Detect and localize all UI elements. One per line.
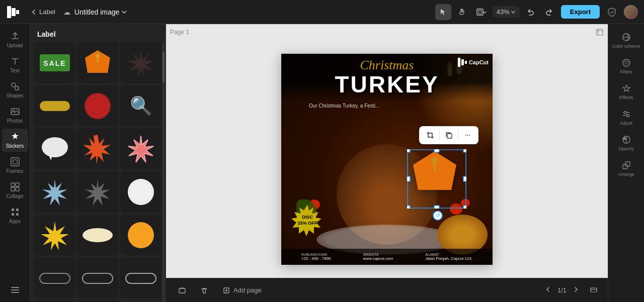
right-tool-arrange[interactable]: Arrange bbox=[610, 156, 642, 181]
hand-tool-button[interactable] bbox=[454, 4, 470, 20]
svg-point-38 bbox=[128, 179, 154, 205]
app-logo[interactable] bbox=[6, 5, 20, 19]
canvas-subtitle: Our Christmas Turkey, a Festi... bbox=[281, 103, 407, 109]
discount-badge: DISC 25% OFF bbox=[290, 204, 325, 240]
svg-rect-15 bbox=[12, 209, 14, 211]
sticker-oval-cream[interactable] bbox=[77, 215, 119, 256]
sidebar-item-shapes[interactable]: Shapes bbox=[2, 78, 28, 102]
delete-page-button[interactable] bbox=[196, 284, 212, 296]
svg-rect-51 bbox=[458, 58, 460, 67]
stickers-grid: SALE bbox=[30, 42, 166, 302]
svg-rect-0 bbox=[7, 6, 11, 18]
svg-point-78 bbox=[624, 112, 626, 114]
svg-point-42 bbox=[128, 222, 154, 248]
svg-rect-14 bbox=[16, 187, 19, 191]
sidebar-item-collage[interactable]: Collage bbox=[2, 179, 28, 202]
page-indicator: 1/1 bbox=[557, 286, 567, 294]
svg-point-58 bbox=[432, 157, 438, 163]
right-tool-color-scheme[interactable]: Color scheme bbox=[610, 28, 642, 53]
svg-rect-28 bbox=[40, 101, 70, 111]
shield-icon[interactable] bbox=[604, 4, 620, 20]
svg-rect-52 bbox=[461, 59, 464, 65]
sidebar-upload-label: Upload bbox=[7, 43, 23, 48]
add-to-timeline-button[interactable] bbox=[174, 284, 190, 296]
duplicate-tool-button[interactable] bbox=[442, 128, 456, 142]
svg-rect-4 bbox=[478, 11, 481, 14]
panel-title: Label bbox=[30, 24, 166, 42]
svg-rect-44 bbox=[83, 273, 113, 283]
sticker-circle-seal-red[interactable] bbox=[77, 85, 119, 127]
sticker-magnify[interactable]: 🔍 bbox=[120, 85, 162, 127]
left-sidebar: Upload Text Shapes Photos bbox=[0, 24, 30, 302]
next-page-button[interactable] bbox=[571, 284, 582, 296]
svg-rect-19 bbox=[11, 287, 19, 288]
sticker-rounded-rect-3[interactable] bbox=[120, 257, 162, 298]
sticker-starburst-gray[interactable] bbox=[77, 171, 119, 213]
sidebar-item-text[interactable]: Text bbox=[2, 53, 28, 76]
select-tool-button[interactable] bbox=[435, 4, 451, 20]
prev-page-button[interactable] bbox=[542, 284, 553, 296]
sidebar-item-photos[interactable]: Photos bbox=[2, 104, 28, 127]
canvas-image[interactable]: Christmas TURKEY Our Christmas Turkey, a… bbox=[281, 54, 493, 265]
sidebar-text-label: Text bbox=[10, 68, 19, 73]
sticker-starburst-blue[interactable] bbox=[34, 171, 75, 213]
svg-rect-13 bbox=[11, 187, 15, 191]
sticker-sale[interactable]: SALE bbox=[34, 42, 75, 83]
svg-point-31 bbox=[90, 98, 106, 114]
sticker-speech-bubble[interactable] bbox=[34, 128, 75, 169]
page-settings-icon[interactable] bbox=[596, 28, 604, 36]
export-button[interactable]: Export bbox=[561, 5, 600, 19]
page-navigation: 1/1 bbox=[542, 283, 600, 297]
sidebar-photos-label: Photos bbox=[7, 118, 23, 124]
svg-point-41 bbox=[83, 228, 113, 242]
zoom-value: 43% bbox=[497, 8, 510, 16]
sidebar-shapes-label: Shapes bbox=[7, 93, 24, 98]
svg-text:25% OFF: 25% OFF bbox=[298, 221, 317, 226]
svg-rect-72 bbox=[591, 288, 597, 292]
rotate-handle[interactable]: ↺ bbox=[433, 211, 443, 221]
sticker-circle-white[interactable] bbox=[120, 171, 162, 213]
sidebar-collage-label: Collage bbox=[7, 193, 24, 199]
avatar[interactable] bbox=[624, 5, 638, 19]
add-page-button[interactable]: Add page bbox=[218, 284, 266, 296]
sidebar-item-stickers[interactable]: Stickers bbox=[2, 129, 28, 152]
sidebar-apps-label: Apps bbox=[9, 219, 21, 224]
redo-button[interactable] bbox=[541, 4, 557, 20]
svg-text:DISC: DISC bbox=[302, 215, 313, 220]
selected-sticker-pentagon[interactable] bbox=[407, 147, 462, 205]
sticker-starburst-dark[interactable] bbox=[120, 42, 162, 83]
expand-pages-button[interactable] bbox=[588, 283, 600, 297]
sticker-pentagon-orange[interactable] bbox=[77, 42, 119, 83]
sticker-sunburst-orange[interactable] bbox=[77, 128, 119, 169]
sidebar-item-frames[interactable]: Frames bbox=[2, 154, 28, 177]
sticker-rounded-rect-1[interactable] bbox=[34, 257, 75, 298]
title-dropdown-icon[interactable] bbox=[121, 9, 127, 15]
selection-toolbar: ··· bbox=[419, 126, 478, 144]
undo-redo-group bbox=[523, 4, 557, 20]
canvas-footer: HUBUNGI KAMI+25 - 456 - 7890 WEBSITEwww.… bbox=[281, 249, 493, 265]
sticker-rounded-rect-2[interactable] bbox=[77, 257, 119, 298]
undo-button[interactable] bbox=[523, 4, 539, 20]
back-button[interactable]: Label bbox=[26, 6, 59, 18]
svg-rect-43 bbox=[40, 273, 70, 283]
sticker-circle-orange[interactable] bbox=[120, 215, 162, 256]
sidebar-item-apps[interactable]: Apps bbox=[2, 204, 28, 227]
right-tool-effects-label: Effects bbox=[619, 95, 633, 100]
right-tool-effects[interactable]: Effects bbox=[610, 79, 642, 104]
right-tool-filters-label: Filters bbox=[620, 69, 632, 74]
svg-rect-69 bbox=[447, 134, 452, 138]
frame-tool-button[interactable] bbox=[473, 4, 490, 20]
zoom-control[interactable]: 43% bbox=[493, 6, 520, 18]
right-tool-opacity[interactable]: Opacity bbox=[610, 131, 642, 155]
svg-rect-20 bbox=[11, 289, 19, 290]
sticker-starburst-pink[interactable] bbox=[120, 128, 162, 169]
sticker-pill-gold[interactable] bbox=[34, 85, 75, 127]
more-options-button[interactable]: ··· bbox=[460, 128, 474, 142]
right-tool-filters[interactable]: Filters bbox=[610, 54, 642, 78]
sidebar-item-more[interactable] bbox=[2, 282, 28, 298]
right-tool-adjust[interactable]: Adjust bbox=[610, 105, 642, 130]
sticker-sun-yellow[interactable] bbox=[34, 215, 75, 256]
canvas-wrapper[interactable]: Christmas TURKEY Our Christmas Turkey, a… bbox=[166, 40, 608, 278]
crop-tool-button[interactable] bbox=[423, 128, 437, 142]
sidebar-item-upload[interactable]: Upload bbox=[2, 28, 28, 51]
